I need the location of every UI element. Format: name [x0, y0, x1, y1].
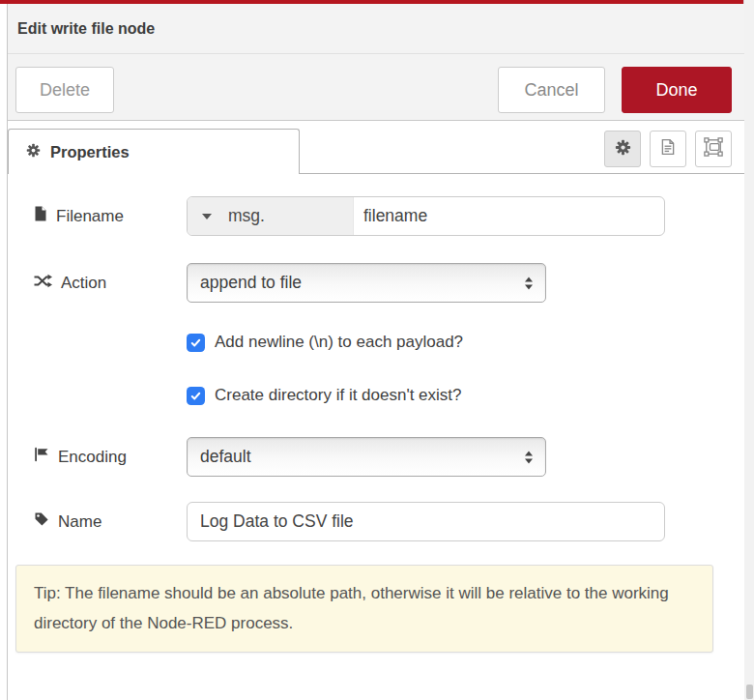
create-dir-checkbox-row[interactable]: Create directory if it doesn't exist? — [187, 386, 462, 405]
filename-type-select[interactable]: msg. — [188, 197, 354, 235]
cancel-button[interactable]: Cancel — [498, 67, 605, 113]
filename-typed-input: msg. — [187, 196, 665, 236]
add-newline-checkbox-row[interactable]: Add newline (\n) to each payload? — [187, 333, 463, 352]
tab-properties-label: Properties — [50, 143, 130, 161]
tab-bar-divider — [300, 173, 744, 174]
form-tip: Tip: The filename should be an absolute … — [15, 565, 713, 653]
select-arrows-icon — [525, 277, 533, 289]
gear-icon — [615, 139, 631, 160]
select-arrows-icon — [525, 451, 533, 463]
dialog-title: Edit write file node — [17, 20, 155, 38]
checkbox-checked-icon[interactable] — [187, 334, 205, 352]
flag-icon — [34, 447, 49, 467]
page-scrollbar-thumb[interactable] — [746, 685, 753, 699]
doc-text-icon — [659, 138, 677, 160]
action-field-label: Action — [34, 263, 184, 303]
create-dir-label: Create directory if it doesn't exist? — [215, 386, 462, 405]
appearance-icon-button[interactable] — [695, 131, 732, 167]
tab-properties[interactable]: Properties — [8, 129, 300, 174]
shuffle-icon — [34, 274, 52, 293]
encoding-select[interactable]: default — [187, 437, 546, 477]
tray-toolbar: Delete Cancel Done — [8, 54, 744, 121]
description-icon-button[interactable] — [650, 131, 686, 167]
name-field-label: Name — [34, 502, 184, 541]
edit-node-tray: Edit write file node Delete Cancel Done … — [7, 4, 744, 700]
action-select[interactable]: append to file — [187, 263, 546, 303]
page-scrollbar-track[interactable] — [743, 0, 754, 700]
appearance-icon — [704, 137, 723, 160]
filename-field-label: Filename — [34, 196, 184, 236]
encoding-field-label: Encoding — [34, 437, 184, 477]
tag-icon — [34, 511, 49, 532]
encoding-select-value: default — [200, 447, 251, 467]
add-newline-label: Add newline (\n) to each payload? — [215, 333, 463, 352]
file-icon — [34, 206, 47, 226]
gear-icon — [26, 143, 41, 161]
done-button[interactable]: Done — [622, 67, 732, 113]
checkbox-checked-icon[interactable] — [187, 387, 205, 405]
delete-button[interactable]: Delete — [15, 67, 114, 113]
filename-input[interactable] — [354, 197, 664, 235]
action-select-value: append to file — [200, 273, 302, 293]
chevron-down-icon — [202, 214, 212, 219]
name-input[interactable] — [187, 502, 665, 541]
filename-type-label: msg. — [228, 206, 265, 226]
tray-header: Edit write file node — [8, 4, 744, 54]
properties-icon-button[interactable] — [604, 131, 641, 167]
